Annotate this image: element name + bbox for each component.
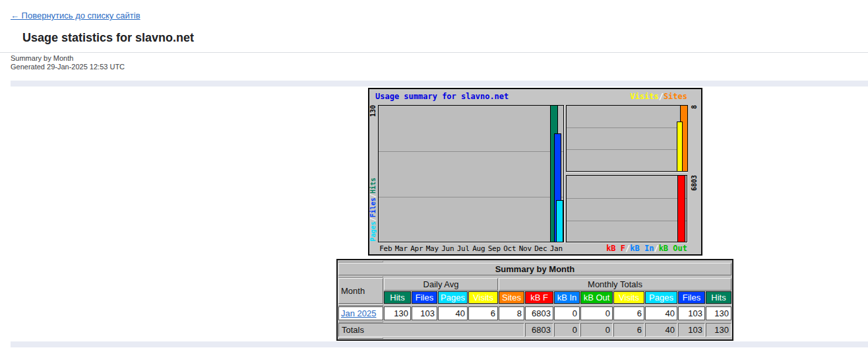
webalizer-page: ← Повернутись до списку сайтів Usage sta… bbox=[0, 0, 868, 354]
spacer-cell bbox=[338, 304, 383, 306]
col-header-kbin: kB In bbox=[554, 291, 580, 304]
totals-row: Totals 6803 0 0 6 40 103 130 bbox=[338, 323, 731, 337]
gridline bbox=[567, 221, 687, 221]
spacer-row bbox=[338, 276, 731, 277]
month-tick: Nov bbox=[518, 244, 534, 253]
month-tick: Sep bbox=[487, 244, 503, 253]
left-axis-max-label: 130 bbox=[369, 105, 377, 117]
legend-separator: / bbox=[654, 244, 658, 253]
summary-by-month-table: Summary by Month Month Daily Avg Monthly… bbox=[336, 259, 733, 341]
cell-total-hits: 130 bbox=[706, 306, 731, 320]
visits-bar bbox=[677, 122, 683, 172]
axis-separator: / bbox=[369, 194, 377, 197]
back-to-site-list-link[interactable]: ← Повернутись до списку сайтів bbox=[11, 11, 140, 20]
page-title: Usage statistics for slavno.net bbox=[22, 31, 194, 45]
pages-bar bbox=[556, 200, 563, 242]
col-header-kbf: kB F bbox=[525, 291, 553, 304]
left-axis-title: Pages/Files/Hits bbox=[369, 178, 377, 241]
month-tick: Jan bbox=[549, 244, 565, 253]
generated-timestamp: Generated 29-Jan-2025 12:53 UTC bbox=[11, 63, 125, 71]
graph-legend-kbytes: kB F/kB In/kB Out bbox=[606, 244, 687, 253]
totals-kbout: 0 bbox=[580, 323, 613, 337]
totals-kbf: 6803 bbox=[525, 323, 553, 337]
graph-title: Usage summary for slavno.net bbox=[375, 92, 509, 101]
spacer-row bbox=[338, 304, 731, 306]
month-tick: Jul bbox=[456, 244, 472, 253]
cell-total-pages: 40 bbox=[645, 306, 677, 320]
spacer-cell bbox=[338, 261, 383, 262]
table-title-row: Summary by Month bbox=[338, 263, 731, 275]
totals-visits: 6 bbox=[613, 323, 644, 337]
month-tick: Feb bbox=[378, 244, 394, 253]
gridline bbox=[379, 151, 563, 152]
cell-daily-hits: 130 bbox=[384, 306, 411, 320]
group-header-row: Month Daily Avg Monthly Totals bbox=[338, 278, 731, 291]
legend-kbin-label: kB In bbox=[630, 244, 654, 253]
table-title: Summary by Month bbox=[338, 263, 731, 275]
monthly-totals-group-header: Monthly Totals bbox=[499, 278, 731, 291]
cell-kbf: 6803 bbox=[525, 306, 553, 320]
month-tick: Oct bbox=[502, 244, 518, 253]
spacer-row bbox=[338, 261, 731, 262]
col-header-sites: Sites bbox=[499, 291, 524, 304]
col-header-hits-total: Hits bbox=[706, 291, 731, 304]
legend-visits-label: Visits bbox=[630, 92, 658, 101]
legend-kbf-label: kB F bbox=[606, 244, 625, 253]
axis-separator: / bbox=[369, 217, 377, 221]
hits-files-pages-plot bbox=[378, 105, 564, 242]
col-header-files: Files bbox=[412, 291, 437, 304]
spacer-cell bbox=[338, 337, 383, 339]
graph-legend-visits-sites: Visits/Sites bbox=[630, 92, 687, 101]
legend-separator: / bbox=[659, 92, 664, 101]
gridline bbox=[567, 198, 687, 199]
cell-sites: 8 bbox=[499, 306, 524, 320]
month-tick: Aug bbox=[471, 244, 487, 253]
gridline bbox=[567, 127, 687, 128]
col-header-kbout: kB Out bbox=[580, 291, 613, 304]
month-tick: Mar bbox=[394, 244, 410, 253]
gridline bbox=[379, 197, 563, 197]
totals-pages: 40 bbox=[645, 323, 677, 337]
col-header-files-total: Files bbox=[678, 291, 705, 304]
col-header-hits: Hits bbox=[384, 291, 411, 304]
axis-files-label: Files bbox=[369, 197, 377, 217]
totals-kbin: 0 bbox=[554, 323, 580, 337]
col-header-visits-total: Visits bbox=[613, 291, 644, 304]
spacer-row bbox=[338, 337, 731, 339]
month-tick: Dec bbox=[533, 244, 549, 253]
legend-kbout-label: kB Out bbox=[659, 244, 687, 253]
axis-pages-label: Pages bbox=[369, 221, 377, 241]
month-link-jan-2025[interactable]: Jan 2025 bbox=[341, 308, 377, 318]
spacer-cell bbox=[338, 276, 383, 277]
section-divider-bottom bbox=[11, 341, 868, 347]
month-column-header: Month bbox=[338, 278, 383, 304]
summary-by-month-label: Summary by Month bbox=[11, 54, 73, 62]
right-axis-top-max-label: 8 bbox=[691, 105, 698, 109]
cell-total-visits: 6 bbox=[613, 306, 644, 320]
spacer-row bbox=[338, 321, 731, 322]
month-tick: Jun bbox=[440, 244, 456, 253]
cell-daily-pages: 40 bbox=[438, 306, 468, 320]
legend-sites-label: Sites bbox=[664, 92, 687, 101]
gridline bbox=[567, 149, 687, 150]
cell-kbout: 0 bbox=[580, 306, 613, 320]
totals-files: 103 bbox=[678, 323, 705, 337]
kbytes-bar bbox=[677, 175, 685, 242]
month-tick: Apr bbox=[409, 244, 425, 253]
cell-daily-visits: 6 bbox=[468, 306, 498, 320]
month-cell: Jan 2025 bbox=[338, 306, 383, 320]
totals-hits: 130 bbox=[706, 323, 731, 337]
usage-summary-graph: Usage summary for slavno.net Visits/Site… bbox=[368, 88, 702, 256]
totals-label: Totals bbox=[338, 323, 524, 337]
col-header-pages-total: Pages bbox=[645, 291, 677, 304]
kbytes-plot bbox=[566, 175, 687, 242]
month-axis: Feb Mar Apr May Jun Jul Aug Sep Oct Nov … bbox=[378, 244, 564, 253]
cell-kbin: 0 bbox=[554, 306, 580, 320]
right-axis-bottom-max-label: 6803 bbox=[691, 175, 698, 191]
cell-daily-files: 103 bbox=[412, 306, 437, 320]
spacer-cell bbox=[338, 321, 383, 322]
daily-avg-group-header: Daily Avg bbox=[384, 278, 498, 291]
cell-total-files: 103 bbox=[678, 306, 705, 320]
column-header-row: Hits Files Pages Visits Sites kB F kB In… bbox=[338, 291, 731, 304]
section-divider-top bbox=[11, 81, 868, 87]
